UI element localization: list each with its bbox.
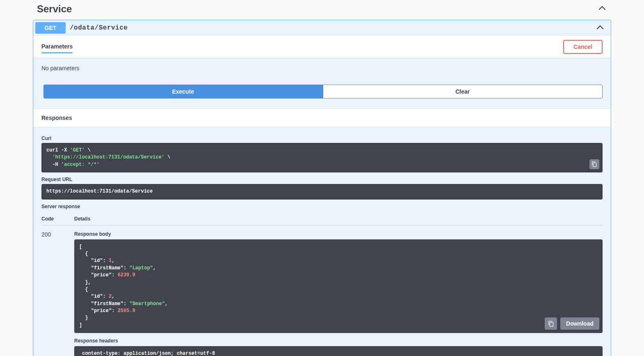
curl-label: Curl	[41, 136, 603, 141]
body-actions: Download	[545, 317, 599, 330]
request-url-label: Request URL	[41, 177, 603, 182]
response-table-head: Code Details	[41, 211, 603, 225]
response-headers-box: content-type: application/json; charset=…	[74, 346, 603, 356]
curl-indent	[46, 154, 52, 160]
execute-button[interactable]: Execute	[43, 85, 323, 99]
details-cell: Response body [ { "id": 1, "firstName": …	[74, 231, 603, 356]
no-parameters-text: No parameters	[33, 58, 611, 78]
curl-cont: \	[85, 147, 91, 153]
response-body-box: [ { "id": 1, "firstName": "Laptop", "pri…	[74, 239, 603, 333]
chevron-up-icon	[596, 24, 605, 32]
http-method-badge: GET	[35, 22, 66, 34]
status-code: 200	[41, 231, 74, 356]
collapse-section-button[interactable]	[597, 4, 607, 15]
operation-path: /odata/Service	[70, 24, 596, 32]
response-headers-label: Response headers	[74, 338, 603, 344]
execute-row: Execute Clear	[33, 78, 611, 108]
copy-curl-button[interactable]	[589, 159, 599, 169]
section-header[interactable]: Service	[33, 0, 611, 20]
copy-body-button[interactable]	[545, 317, 557, 330]
parameters-header: Parameters Cancel	[33, 36, 611, 58]
server-response-label: Server response	[41, 204, 603, 209]
response-body-label: Response body	[74, 231, 603, 237]
clipboard-icon	[591, 161, 597, 167]
col-details: Details	[74, 216, 603, 222]
tab-parameters[interactable]: Parameters	[41, 41, 73, 53]
curl-box: curl -X 'GET' \ 'https://localhost:7131/…	[41, 143, 603, 172]
table-row: 200 Response body [ { "id": 1, "firstNam…	[41, 225, 603, 356]
curl-method: 'GET'	[70, 147, 85, 153]
curl-cont2: \	[164, 154, 170, 160]
col-code: Code	[41, 216, 74, 222]
clipboard-icon	[548, 321, 554, 327]
request-url-box: https://localhost:7131/odata/Service	[41, 184, 603, 199]
response-content: Curl curl -X 'GET' \ 'https://localhost:…	[33, 127, 611, 356]
curl-prefix: curl -X	[46, 147, 70, 153]
section-title: Service	[37, 3, 72, 15]
download-button[interactable]: Download	[560, 317, 599, 330]
operation-block: GET /odata/Service Parameters Cancel No …	[33, 20, 611, 356]
chevron-up-icon	[599, 5, 605, 12]
curl-accept: 'accept: */*'	[61, 162, 100, 168]
operation-summary[interactable]: GET /odata/Service	[33, 20, 611, 36]
cancel-button[interactable]: Cancel	[563, 40, 603, 54]
responses-heading: Responses	[33, 108, 611, 127]
curl-h: -H	[46, 162, 61, 168]
clear-button[interactable]: Clear	[323, 85, 603, 99]
curl-url: 'https://localhost:7131/odata/Service'	[52, 154, 164, 160]
